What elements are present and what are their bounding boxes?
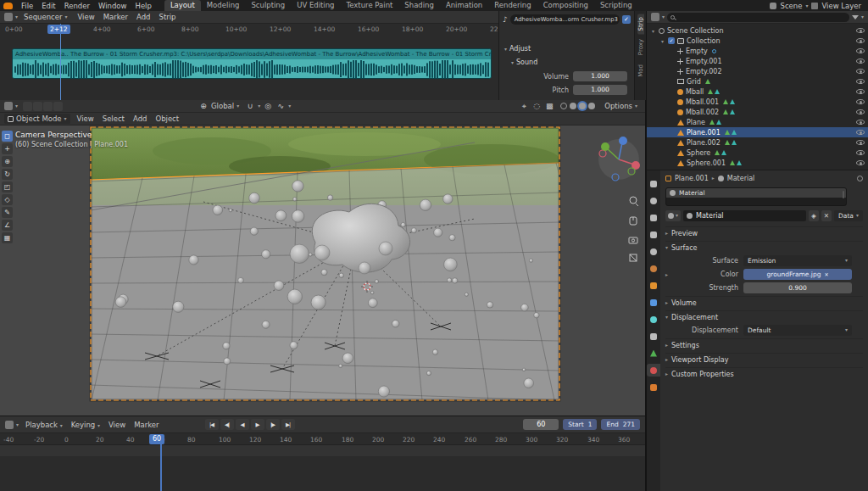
timeline-menu-item[interactable]: Marker bbox=[130, 421, 163, 429]
jump-to-start-button[interactable]: |◀ bbox=[205, 419, 219, 430]
visibility-eye-icon[interactable] bbox=[856, 79, 865, 84]
sidebar-tab[interactable]: Proxy bbox=[637, 36, 644, 59]
workspace-tab[interactable]: Layout bbox=[164, 0, 201, 11]
filter-icon[interactable] bbox=[852, 15, 859, 20]
viewport-editor-type-icon[interactable] bbox=[4, 102, 13, 110]
annotate-tool[interactable] bbox=[2, 207, 13, 218]
outliner-row[interactable]: Mball.001 bbox=[647, 97, 868, 107]
surface-dropdown[interactable]: Emission ▾ bbox=[743, 255, 852, 266]
view-toggle-icon[interactable] bbox=[53, 102, 63, 111]
transform-orientation-dropdown[interactable]: ⊕ Global ▾ bbox=[195, 101, 242, 112]
data-dropdown[interactable]: Data ▾ bbox=[834, 210, 863, 221]
workspace-tab[interactable]: UV Editing bbox=[291, 0, 340, 11]
output-icon[interactable] bbox=[647, 211, 660, 224]
material-name-field[interactable]: Material bbox=[683, 210, 806, 221]
sequencer-menu-item[interactable]: Strip bbox=[154, 13, 180, 21]
texture-icon[interactable] bbox=[647, 381, 660, 393]
scale-tool[interactable] bbox=[2, 181, 13, 192]
preview-panel-header[interactable]: ▸ Preview bbox=[665, 226, 863, 239]
blender-logo-icon[interactable] bbox=[3, 3, 13, 9]
outliner-row[interactable]: Mball bbox=[647, 86, 868, 97]
outliner-row[interactable]: ▾ Collection bbox=[647, 36, 868, 46]
transform-tool[interactable] bbox=[2, 194, 13, 205]
viewport-menu-item[interactable]: View bbox=[73, 114, 98, 123]
volume-field[interactable]: 1.000 bbox=[573, 71, 627, 81]
camera-view-icon[interactable] bbox=[629, 237, 637, 243]
play-button[interactable]: ▶ bbox=[251, 419, 264, 430]
surface-panel-header[interactable]: ▾ Surface bbox=[665, 241, 863, 254]
jump-to-keyframe-right-button[interactable]: |▶ bbox=[266, 419, 280, 430]
outliner-row[interactable]: Grid bbox=[647, 76, 868, 86]
audio-strip[interactable]: AdhesiveWomba.. The Burrow - 01 Storm Cr… bbox=[12, 48, 492, 79]
modifiers-icon[interactable] bbox=[647, 296, 660, 309]
topbar-menu-item[interactable]: Edit bbox=[37, 2, 59, 10]
view-layer-icon[interactable] bbox=[647, 228, 660, 241]
sequencer-menu-item[interactable]: Marker bbox=[99, 13, 132, 21]
rendered-shading-icon[interactable] bbox=[588, 103, 595, 109]
volume-panel-header[interactable]: ▸ Volume bbox=[665, 296, 863, 309]
physics-icon[interactable] bbox=[647, 313, 660, 326]
visibility-eye-icon[interactable] bbox=[856, 150, 865, 155]
fake-user-button[interactable]: ◈ bbox=[809, 210, 819, 221]
workspace-tab[interactable]: Texture Paint bbox=[341, 0, 399, 11]
collection-checkbox[interactable] bbox=[668, 37, 675, 44]
sequencer-menu-item[interactable]: Add bbox=[132, 13, 154, 21]
custom-properties-panel-header[interactable]: ▸ Custom Properties bbox=[665, 367, 863, 380]
wireframe-shading-icon[interactable] bbox=[560, 103, 567, 109]
socket-expand-icon[interactable]: ▸ bbox=[665, 271, 670, 277]
navigation-gizmo[interactable] bbox=[598, 137, 640, 181]
show-gizmo-icon[interactable]: ⌖ bbox=[519, 101, 529, 111]
add-cube-tool[interactable] bbox=[2, 232, 13, 243]
outliner-row[interactable]: Empty.002 bbox=[647, 66, 868, 76]
outliner-row[interactable]: Empty.001 bbox=[647, 56, 868, 66]
jump-to-keyframe-left-button[interactable]: ◀| bbox=[220, 419, 234, 430]
jump-to-end-button[interactable]: ▶| bbox=[281, 419, 295, 430]
cursor-tool[interactable] bbox=[2, 143, 13, 154]
view-toggle-icon[interactable] bbox=[33, 102, 42, 111]
timeline-menu-item[interactable]: Keying ▾ bbox=[67, 421, 104, 429]
color-image-field[interactable]: groundFrame.jpg ✕ bbox=[743, 269, 852, 280]
visibility-eye-icon[interactable] bbox=[856, 59, 865, 64]
workspace-tab[interactable]: Modeling bbox=[201, 0, 246, 11]
render-icon[interactable] bbox=[647, 194, 660, 207]
visibility-eye-icon[interactable] bbox=[856, 48, 865, 53]
timeline-ruler[interactable]: -40-200204060801001201401601802002202402… bbox=[0, 433, 645, 445]
workspace-tab[interactable]: Compositing bbox=[537, 0, 594, 11]
falloff-icon[interactable]: ∿ bbox=[275, 101, 286, 111]
strip-name-field[interactable]: AdhesiveWomba...orm Crusher.mp3 bbox=[510, 14, 620, 25]
visibility-eye-icon[interactable] bbox=[856, 130, 865, 135]
gizmo-y-axis[interactable] bbox=[601, 142, 609, 151]
topbar-menu-item[interactable]: Help bbox=[131, 2, 155, 10]
view-toggle-icon[interactable] bbox=[43, 102, 53, 111]
current-frame-field[interactable]: 60 bbox=[523, 419, 559, 430]
workspace-tab[interactable]: Scripting bbox=[594, 0, 638, 11]
strength-field[interactable]: 0.900 bbox=[743, 282, 852, 293]
scene-selector[interactable]: Scene bbox=[780, 2, 802, 10]
scrollbar[interactable] bbox=[843, 191, 844, 198]
sequencer-view-mode-dropdown[interactable]: Sequencer ▾ bbox=[20, 12, 70, 23]
end-frame-field[interactable]: End 271 bbox=[601, 419, 640, 430]
pitch-field[interactable]: 1.000 bbox=[573, 85, 627, 95]
topbar-menu-item[interactable]: Render bbox=[60, 2, 94, 10]
material-slot-list[interactable]: Material bbox=[665, 187, 847, 206]
visibility-eye-icon[interactable] bbox=[856, 69, 865, 74]
workspace-tab[interactable]: Animation bbox=[440, 0, 488, 11]
sidebar-tab[interactable]: Strip bbox=[637, 14, 644, 34]
sequencer-current-frame-indicator[interactable]: 2+12 bbox=[47, 25, 70, 34]
viewport-canvas[interactable] bbox=[0, 126, 646, 416]
browse-material-button[interactable]: ▾ bbox=[665, 210, 681, 221]
expand-arrow-icon[interactable]: ▾ bbox=[659, 38, 665, 44]
workspace-tab[interactable]: Rendering bbox=[488, 0, 537, 11]
solid-shading-icon[interactable] bbox=[570, 103, 576, 109]
timeline-current-frame-indicator[interactable]: 60 bbox=[149, 434, 164, 444]
timeline-playhead[interactable] bbox=[160, 444, 162, 491]
outliner-row[interactable]: Empty bbox=[647, 46, 868, 56]
world-icon[interactable] bbox=[647, 262, 660, 275]
material-preview-icon[interactable] bbox=[579, 103, 586, 109]
constraints-icon[interactable] bbox=[647, 330, 660, 343]
visibility-eye-icon[interactable] bbox=[856, 28, 865, 33]
rotate-tool[interactable] bbox=[2, 169, 13, 180]
object-icon[interactable] bbox=[647, 279, 660, 292]
visibility-eye-icon[interactable] bbox=[856, 99, 865, 104]
outliner-row[interactable]: Mball.002 bbox=[647, 107, 868, 117]
